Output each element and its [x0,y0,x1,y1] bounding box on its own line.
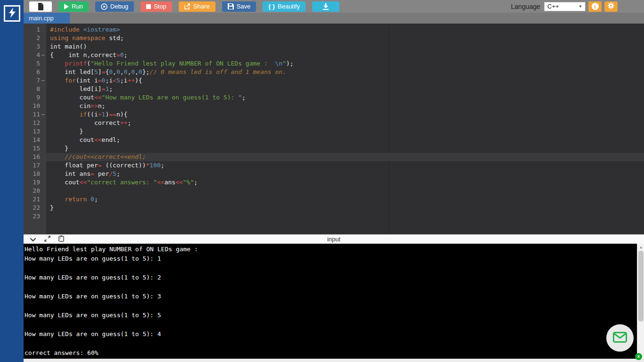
console-line: How many LEDs are on guess(1 to 5): 3 [25,292,636,301]
debug-play-circle-icon [101,3,107,10]
line-number[interactable]: 3 [24,42,46,51]
line-number[interactable]: 13 [24,127,46,136]
line-number[interactable]: 12 [24,119,46,127]
console-line: How many LEDs are on guess(1 to 5): 5 [25,311,636,320]
line-number[interactable]: 10 [24,102,46,110]
share-button[interactable]: Share [179,1,215,12]
beautify-label: Beautify [278,3,300,10]
code-line: cout<<"correct answers: "<<ans<<"%"; [46,178,644,187]
save-button[interactable]: Save [222,1,256,12]
code-line: //cout<<correct<<endl; [46,153,644,161]
code-line: { int n,correct=0; [46,51,644,59]
debug-label: Debug [110,3,128,10]
code-line: using namespace std; [46,34,644,42]
stop-square-icon [146,4,151,9]
stop-label: Stop [154,3,166,10]
save-label: Save [237,3,251,10]
line-number[interactable]: 23 [24,212,46,221]
code-line: } [46,144,644,153]
envelope-icon [613,332,627,345]
console-line: correct answers: 60% [25,348,636,358]
fold-marker-icon[interactable] [41,114,45,115]
code-line: cout<<"How many LEDs are on guess(1 to 5… [46,93,644,102]
chat-widget-button[interactable] [606,324,634,352]
tab-bar: main.cpp [24,13,644,24]
share-label: Share [193,3,210,10]
file-icon [38,3,44,10]
line-number[interactable]: 5 [24,59,46,68]
console-input-label: input [24,236,644,243]
fold-marker-icon[interactable] [41,80,45,81]
chat-close-button[interactable]: × [635,353,642,360]
line-number[interactable]: 20 [24,187,46,195]
floppy-icon [228,3,234,9]
info-icon: i [592,3,599,10]
settings-button[interactable] [604,1,618,12]
console-output[interactable]: Hello Friend lest play NUMBER of ON LEDs… [24,244,644,359]
line-number[interactable]: 11 [24,110,46,119]
line-number[interactable]: 7 [24,76,46,85]
download-icon [322,3,329,10]
line-number[interactable]: 8 [24,85,46,93]
console-header: input [24,234,644,244]
line-number[interactable]: 6 [24,68,46,76]
console-line [25,263,636,273]
code-line: for(int i=0;i<5;i++){ [46,76,644,85]
run-button[interactable]: Run [58,1,89,12]
line-number[interactable]: 17 [24,161,46,170]
line-number[interactable]: 1 [24,25,46,34]
new-file-button[interactable] [29,1,52,12]
braces-icon: { } [268,3,275,10]
code-line: float per= ((correct))*100; [46,161,644,170]
code-line: } [46,204,644,212]
line-number[interactable]: 14 [24,136,46,144]
language-select[interactable]: C++ ▼ [544,2,586,11]
app-logo[interactable] [4,5,20,22]
scrollbar-thumb[interactable] [638,251,644,321]
code-line: return 0; [46,195,644,204]
line-number[interactable]: 19 [24,178,46,187]
console-line [25,301,636,311]
console-line: How many LEDs are on guess(1 to 5): 4 [25,329,636,339]
code-line: led[i]=1; [46,85,644,93]
sidebar [0,0,24,362]
code-line: printf("Hello Friend lest play NUMBER of… [46,59,644,68]
code-editor[interactable]: 1234567891011121314151617181920212223 #i… [24,24,644,234]
line-number[interactable]: 4 [24,51,46,59]
toolbar: Run Debug Stop Share Save { } Beautify L… [24,0,644,13]
line-number[interactable]: 18 [24,170,46,178]
code-line: if((i+1)==n){ [46,110,644,119]
scrollbar-up-arrow[interactable]: ▲ [637,244,644,250]
line-number[interactable]: 16 [24,153,46,161]
collapse-console-button[interactable] [28,236,38,243]
code-line: #include <iostream> [46,25,644,34]
clipboard-button[interactable] [57,236,66,243]
expand-console-button[interactable] [42,236,52,243]
code-lines: #include <iostream>using namespace std;i… [46,25,644,221]
download-button[interactable] [312,1,339,12]
info-button[interactable]: i [588,1,602,12]
console-line [25,339,636,348]
line-number[interactable]: 9 [24,93,46,102]
console-line [25,282,636,292]
gear-icon [607,2,615,11]
code-line: } [46,127,644,136]
debug-button[interactable]: Debug [95,1,134,12]
beautify-button[interactable]: { } Beautify [263,1,305,12]
line-number[interactable]: 21 [24,195,46,204]
code-line: correct++; [46,119,644,127]
line-number[interactable]: 2 [24,34,46,42]
language-label: Language [511,3,540,10]
line-number[interactable]: 22 [24,204,46,212]
chevron-down-icon [30,235,36,244]
line-number[interactable]: 15 [24,144,46,153]
fold-marker-icon[interactable] [41,55,45,56]
code-line: int main() [46,42,644,51]
stop-button[interactable]: Stop [140,1,172,12]
console-line: How many LEDs are on guess(1 to 5): 2 [25,273,636,282]
expand-icon [44,235,50,244]
horizontal-scrollbar-track[interactable] [24,359,644,362]
console-scrollbar[interactable]: ▲ ▼ [637,244,644,359]
tab-main-cpp[interactable]: main.cpp [24,13,70,24]
editor-gutter: 1234567891011121314151617181920212223 [24,25,46,221]
